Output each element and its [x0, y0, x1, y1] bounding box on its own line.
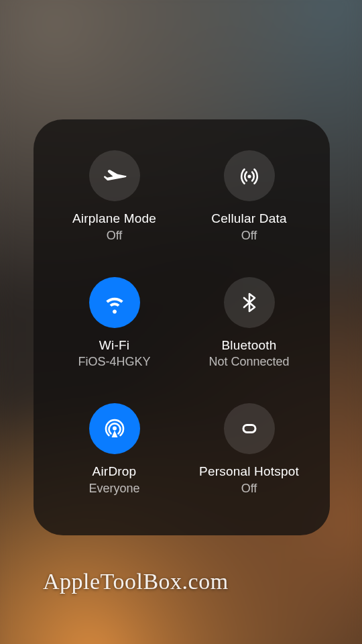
wifi-tile: Wi-Fi FiOS-4HGKY — [50, 273, 179, 390]
cellular-antenna-icon — [236, 162, 263, 189]
wifi-label: Wi-Fi — [78, 337, 150, 354]
personal-hotspot-label: Personal Hotspot — [199, 464, 299, 480]
airdrop-label: AirDrop — [88, 464, 139, 480]
svg-point-0 — [247, 174, 251, 178]
connectivity-panel: Airplane Mode Off Cellular Data Off — [34, 119, 330, 535]
bluetooth-toggle[interactable] — [224, 277, 275, 328]
airplane-icon — [101, 162, 128, 189]
bluetooth-label: Bluetooth — [208, 337, 289, 354]
cellular-data-text: Cellular Data Off — [211, 211, 286, 243]
airplane-mode-text: Airplane Mode Off — [72, 211, 156, 243]
wifi-icon — [101, 289, 128, 316]
airplane-mode-toggle[interactable] — [89, 150, 140, 201]
airdrop-toggle[interactable] — [89, 403, 140, 454]
watermark-text: AppleToolBox.com — [43, 569, 229, 594]
personal-hotspot-toggle[interactable] — [224, 403, 275, 454]
personal-hotspot-status: Off — [199, 481, 299, 496]
wifi-toggle[interactable] — [89, 277, 140, 328]
airdrop-icon — [101, 415, 128, 442]
airplane-mode-status: Off — [72, 228, 156, 244]
svg-point-1 — [113, 427, 117, 431]
airdrop-status: Everyone — [88, 481, 139, 496]
bluetooth-text: Bluetooth Not Connected — [208, 337, 289, 370]
cellular-data-label: Cellular Data — [211, 211, 286, 227]
wifi-text: Wi-Fi FiOS-4HGKY — [78, 337, 150, 370]
airplane-mode-tile: Airplane Mode Off — [50, 146, 179, 264]
bluetooth-status: Not Connected — [208, 354, 289, 370]
airplane-mode-label: Airplane Mode — [72, 211, 156, 227]
cellular-data-toggle[interactable] — [224, 150, 275, 201]
hotspot-chain-icon — [236, 415, 263, 442]
cellular-data-tile: Cellular Data Off — [184, 146, 314, 264]
personal-hotspot-tile: Personal Hotspot Off — [184, 399, 314, 517]
cellular-data-status: Off — [211, 228, 286, 244]
airdrop-tile: AirDrop Everyone — [50, 399, 179, 517]
personal-hotspot-text: Personal Hotspot Off — [199, 464, 299, 496]
airdrop-text: AirDrop Everyone — [88, 464, 139, 496]
bluetooth-icon — [236, 289, 263, 316]
wifi-status: FiOS-4HGKY — [78, 354, 150, 370]
bluetooth-tile: Bluetooth Not Connected — [184, 273, 314, 390]
